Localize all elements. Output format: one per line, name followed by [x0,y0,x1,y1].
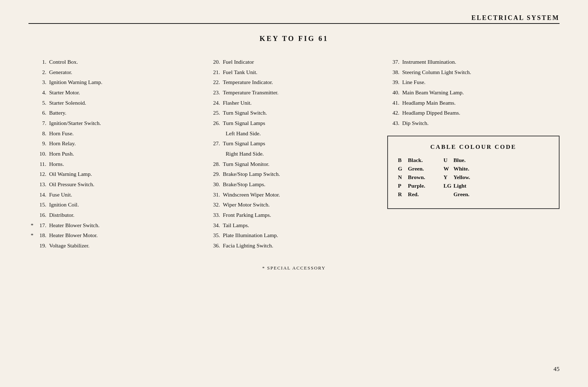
list-item: 38.Steering Column Light Switch. [387,67,560,78]
header-rule [28,23,560,24]
list-item: 13.Oil Pressure Switch. [28,179,201,190]
list-item: *18.Heater Blower Motor. [28,230,201,241]
list-item: 5.Starter Solenoid. [28,98,201,108]
cable-colour-title: CABLE COLOUR CODE [398,143,549,151]
page-header-title: ELECTRICAL SYSTEM [471,14,560,22]
list-item: 10.Horn Push. [28,149,201,159]
list-item: 20.Fuel Indicator [208,57,380,67]
list-item: 9.Horn Relay. [28,138,201,149]
cable-row: PPurple.LGLight [398,183,549,189]
content-area: 1.Control Box.2.Generator.3.Ignition War… [28,57,560,251]
list-item: 19.Voltage Stabilizer. [28,241,201,251]
list-item: 12.Oil Warning Lamp. [28,169,201,179]
cable-row: GGreen.WWhite. [398,166,549,172]
column-1: 1.Control Box.2.Generator.3.Ignition War… [28,57,208,251]
list-item: 41.Headlamp Main Beams. [387,98,560,108]
list-item: 37.Instrument Illumination. [387,57,560,67]
page-number: 45 [553,366,560,373]
list-item: 43.Dip Switch. [387,118,560,129]
list-item: 4.Starter Motor. [28,88,201,98]
list-item: 39.Line Fuse. [387,77,560,88]
list-item: 29.Brake/Stop Lamp Switch. [208,169,380,179]
list-item: *17.Heater Blower Switch. [28,220,201,231]
list-item-continuation: Left Hand Side. [208,129,380,139]
list-item: 25.Turn Signal Switch. [208,108,380,118]
list-item: 16.Distributor. [28,210,201,220]
footer-note: * SPECIAL ACCESSORY [28,265,560,271]
list-item: 40.Main Beam Warning Lamp. [387,88,560,98]
list-item: 31.Windscreen Wiper Motor. [208,190,380,200]
cable-row: NBrown.YYellow. [398,174,549,181]
list-item: 33.Front Parking Lamps. [208,210,380,220]
list-item: 1.Control Box. [28,57,201,67]
list-item: 11.Horns. [28,159,201,169]
list-item: 34.Tail Lamps. [208,220,380,231]
list-item: 42.Headlamp Dipped Beams. [387,108,560,118]
list-item: 6.Battery. [28,108,201,118]
cable-row: RRed.Green. [398,191,549,198]
list-item: 24.Flasher Unit. [208,98,380,108]
list-item: 15.Ignition Coil. [28,200,201,210]
column-3: 37.Instrument Illumination.38.Steering C… [387,57,560,251]
list-item: 3.Ignition Warning Lamp. [28,77,201,88]
list-item: 35. Plate Illumination Lamp. [208,230,380,241]
list-item: 8.Horn Fuse. [28,129,201,139]
list-item: 32.Wiper Motor Switch. [208,200,380,210]
list-item: 21.Fuel Tank Unit. [208,67,380,78]
column-2: 20.Fuel Indicator21.Fuel Tank Unit.22.Te… [208,57,387,251]
list-item: 22.Temperature Indicator. [208,77,380,88]
list-item: 7.Ignition/Starter Switch. [28,118,201,129]
section-title: KEY TO FIG 61 [28,35,560,43]
list-item: 14.Fuse Unit. [28,190,201,200]
cable-row: BBlack.UBlue. [398,157,549,163]
cable-colour-box: CABLE COLOUR CODEBBlack.UBlue.GGreen.WWh… [387,136,560,209]
list-item: 23.Temperature Transmitter. [208,88,380,98]
list-item: 2.Generator. [28,67,201,78]
list-item: 36.Facia Lighting Switch. [208,241,380,251]
list-item: 26.Turn Signal Lamps [208,118,380,129]
list-item-continuation: Right Hand Side. [208,149,380,159]
list-item: 28.Turn Signal Monitor. [208,159,380,169]
list-item: 30.Brake/Stop Lamps. [208,179,380,190]
list-item: 27.Turn Signal Lamps [208,138,380,149]
